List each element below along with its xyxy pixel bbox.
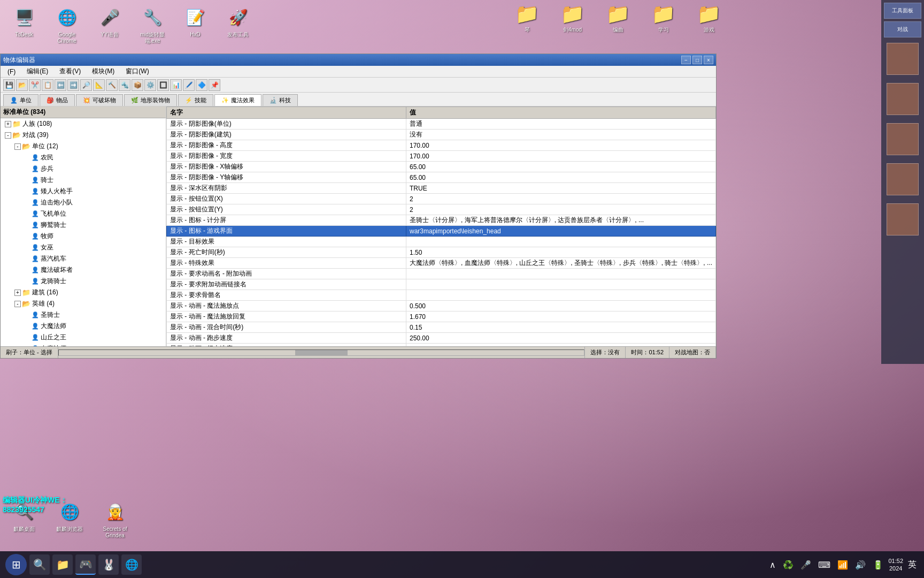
tab-units[interactable]: 👤 单位 (3, 94, 38, 106)
props-row-6[interactable]: 显示 - 深水区有阴影TRUE (167, 183, 716, 194)
menu-view[interactable]: 查看(V) (55, 66, 85, 77)
tree-toggle-buildings[interactable]: + (14, 290, 21, 296)
desktop-icon-hxd[interactable]: 📝 HxD (176, 3, 214, 40)
tool-btn-9[interactable]: 🔨 (106, 79, 118, 91)
props-row-18[interactable]: 显示 - 动画 - 魔法施放回复1.670 (167, 311, 716, 322)
desktop-icon-chrome[interactable]: 🌐 GoogleChrome (48, 3, 86, 46)
props-row-2[interactable]: 显示 - 阴影图像 - 高度170.00 (167, 140, 716, 151)
taskbar-bunny[interactable]: 🐰 (98, 554, 119, 575)
desktop-icon-publish[interactable]: 🚀 发布工具 (219, 3, 257, 40)
tree-node-gryphon[interactable]: 👤狮鹫骑士 (1, 219, 166, 231)
menu-edit[interactable]: 编辑(E) (22, 66, 52, 77)
desktop-icon-mid[interactable]: 🔧 mid旋转显端.exe (134, 3, 171, 46)
tree-node-archmage[interactable]: 👤大魔法师 (1, 321, 166, 332)
tray-arrow-up[interactable]: ∧ (767, 559, 778, 571)
status-scrollbar-left[interactable] (58, 347, 586, 358)
tray-keyboard[interactable]: ⌨ (816, 559, 833, 571)
tool-btn-12[interactable]: ⚙️ (144, 79, 156, 91)
tool-btn-6[interactable]: ➡️ (67, 79, 79, 91)
tree-toggle-pvp[interactable]: - (5, 132, 11, 139)
tray-lang[interactable]: 英 (906, 558, 919, 572)
tool-btn-15[interactable]: 🖊️ (183, 79, 195, 91)
tree-node-dragon-knight[interactable]: 👤龙骑骑士 (1, 276, 166, 287)
props-row-4[interactable]: 显示 - 阴影图像 - X轴偏移65.00 (167, 162, 716, 172)
tool-btn-10[interactable]: 🔩 (119, 79, 130, 91)
tree-node-steam[interactable]: 👤飞机单位 (1, 208, 166, 219)
tree-node-infantry[interactable]: 👤步兵 (1, 163, 166, 174)
props-row-11[interactable]: 显示 - 目标效果 (167, 237, 716, 247)
desktop-icon-secrets[interactable]: 🧝 Secrets ofGrindea (96, 497, 134, 541)
tab-terrain[interactable]: 🌿 地形装饰物 (124, 94, 177, 106)
tree-node-paladin[interactable]: 👤圣骑士 (1, 309, 166, 321)
tool-btn-2[interactable]: 📂 (16, 79, 28, 91)
tree-node-human[interactable]: +📁人族 (108) (1, 118, 166, 130)
tree-node-knight[interactable]: 👤骑士 (1, 174, 166, 186)
props-row-17[interactable]: 显示 - 动画 - 魔法施放点0.500 (167, 301, 716, 311)
tree-node-farmer[interactable]: 👤农民 (1, 152, 166, 163)
desktop-icon-todesk[interactable]: 🖥️ ToDesk (5, 3, 43, 40)
props-row-9[interactable]: 显示 - 图标 - 计分屏圣骑士〈计分屏〉, 海军上将普洛德摩尔〈计分屏〉, 达… (167, 215, 716, 226)
props-row-8[interactable]: 显示 - 按钮位置(Y)2 (167, 204, 716, 215)
tray-network[interactable]: 📶 (835, 559, 850, 571)
props-row-5[interactable]: 显示 - 阴影图像 - Y轴偏移65.00 (167, 172, 716, 183)
folder-games[interactable]: 📁 游戏 (697, 3, 721, 34)
tree-node-priest[interactable]: 👤牧师 (1, 231, 166, 242)
start-button[interactable]: ⊞ (5, 554, 27, 575)
props-row-10[interactable]: 显示 - 图标 - 游戏界面war3mapimported\leishen_he… (167, 226, 716, 237)
tool-btn-17[interactable]: 📌 (209, 79, 220, 91)
folder-mod4[interactable]: 📁 剑4mod (560, 3, 584, 34)
tree-node-mountain-king[interactable]: 👤山丘之王 (1, 332, 166, 343)
tool-btn-13[interactable]: 🔲 (157, 79, 169, 91)
tree-toggle-human[interactable]: + (5, 121, 11, 127)
tab-items[interactable]: 🎒 物品 (40, 94, 75, 106)
props-row-13[interactable]: 显示 - 特殊效果大魔法师〈特殊〉, 血魔法师〈特殊〉, 山丘之王〈特殊〉, 圣… (167, 258, 716, 269)
tray-mic[interactable]: 🎤 (798, 559, 813, 571)
tab-tech[interactable]: 🔬 科技 (263, 94, 298, 106)
taskbar-folder[interactable]: 📁 (52, 554, 73, 575)
tool-btn-11[interactable]: 📦 (132, 79, 143, 91)
props-row-15[interactable]: 显示 - 要求附加动画链接名 (167, 279, 716, 290)
tree-node-sorceress[interactable]: 👤女巫 (1, 242, 166, 253)
tool-btn-5[interactable]: ⬅️ (55, 79, 66, 91)
taskbar-search[interactable]: 🔍 (29, 554, 50, 575)
tool-btn-4[interactable]: 📋 (42, 79, 53, 91)
tray-sound[interactable]: 🔊 (853, 559, 868, 571)
right-panel-btn1[interactable]: 对战 (884, 21, 921, 37)
minimize-button[interactable]: − (681, 56, 691, 64)
menu-file[interactable]: (F) (3, 67, 20, 77)
tree-node-crusher[interactable]: 👤魔法破坏者 (1, 264, 166, 276)
tree-node-mortar[interactable]: 👤迫击炮小队 (1, 197, 166, 208)
tree-node-steam-tank[interactable]: 👤蒸汽机车 (1, 253, 166, 264)
tool-btn-8[interactable]: 📐 (93, 79, 105, 91)
tree-node-units-group[interactable]: -📂单位 (12) (1, 141, 166, 152)
props-row-16[interactable]: 显示 - 要求骨骼名 (167, 290, 716, 301)
props-row-19[interactable]: 显示 - 动画 - 混合时间(秒)0.15 (167, 322, 716, 333)
tree-toggle-heroes-group[interactable]: - (14, 301, 21, 307)
props-row-7[interactable]: 显示 - 按钮位置(X)2 (167, 194, 716, 204)
taskbar-game[interactable]: 🎮 (75, 554, 96, 575)
taskbar-browser2[interactable]: 🌐 (121, 554, 142, 575)
tool-btn-14[interactable]: 📊 (170, 79, 182, 91)
desktop-icon-yy[interactable]: 🎤 YY语音 (91, 3, 128, 40)
tool-btn-1[interactable]: 💾 (3, 79, 15, 91)
tree-node-pvp[interactable]: -📂对战 (39) (1, 130, 166, 141)
close-button[interactable]: × (704, 56, 713, 64)
props-row-1[interactable]: 显示 - 阴影图像(建筑)没有 (167, 130, 716, 140)
folder-study[interactable]: 📁 学习 (651, 3, 675, 34)
tab-destructibles[interactable]: 💥 可破坏物 (76, 94, 123, 106)
tree-node-heroes-group[interactable]: -📂英雄 (4) (1, 298, 166, 309)
props-row-20[interactable]: 显示 - 动画 - 跑步速度250.00 (167, 333, 716, 344)
tree-node-buildings[interactable]: +📁建筑 (16) (1, 287, 166, 298)
tool-btn-7[interactable]: 🔎 (80, 79, 92, 91)
props-row-3[interactable]: 显示 - 阴影图像 - 宽度170.00 (167, 151, 716, 162)
folder-music[interactable]: 📁 编曲 (606, 3, 630, 34)
tool-panel-label[interactable]: 工具面板 (884, 3, 921, 19)
menu-window[interactable]: 窗口(W) (121, 66, 153, 77)
props-row-0[interactable]: 显示 - 阴影图像(单位)普通 (167, 119, 716, 130)
tree-node-rifleman[interactable]: 👤矮人火枪手 (1, 186, 166, 197)
tray-battery[interactable]: 🔋 (871, 559, 886, 571)
tab-abilities[interactable]: ✨ 魔法效果 (214, 94, 261, 106)
folder-qin[interactable]: 📁 琴 (515, 3, 539, 34)
menu-module[interactable]: 模块(M) (88, 66, 119, 77)
maximize-button[interactable]: □ (692, 56, 702, 64)
